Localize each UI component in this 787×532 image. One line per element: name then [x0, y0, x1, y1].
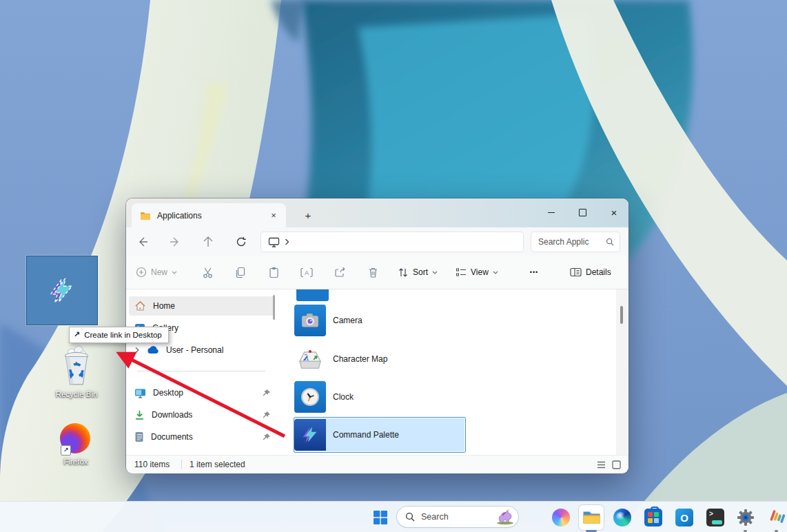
camera-icon [300, 311, 320, 329]
item-count: 110 items [134, 460, 170, 469]
file-explorer-icon [582, 510, 601, 525]
desktop-icon-recycle-bin[interactable]: Recycle Bin [43, 345, 110, 398]
colored-bars-icon [768, 509, 786, 526]
maximize-icon [579, 209, 586, 216]
clock-tile [294, 381, 326, 413]
paste-button[interactable] [264, 263, 283, 282]
home-icon [134, 300, 146, 311]
taskbar-app-terminal[interactable]: > [703, 505, 728, 530]
sort-icon [398, 267, 409, 278]
taskbar-app-edge[interactable] [610, 505, 635, 530]
tab-applications[interactable]: Applications × [132, 203, 286, 227]
shortcut-arrow-icon: ↗ [74, 330, 80, 339]
back-button[interactable] [134, 233, 152, 251]
breadcrumb-chevron-icon [285, 238, 289, 245]
onedrive-icon [147, 346, 159, 354]
file-item-camera[interactable]: Camera [294, 305, 465, 336]
store-icon [644, 509, 662, 526]
file-item-clock[interactable]: Clock [294, 381, 465, 413]
details-button[interactable]: Details [570, 263, 611, 282]
refresh-button[interactable] [232, 233, 250, 251]
folder-icon [140, 211, 151, 221]
unicorn-icon [495, 509, 515, 525]
file-label: Character Map [333, 354, 387, 364]
more-options-button[interactable]: ••• [524, 263, 544, 282]
share-button[interactable] [330, 263, 349, 282]
svg-text:λ: λ [303, 353, 309, 363]
recycle-bin-icon [57, 345, 96, 387]
thumbnail-view-toggle[interactable] [610, 458, 622, 471]
search-input[interactable] [537, 236, 603, 247]
sort-button[interactable]: Sort [398, 263, 438, 282]
forward-button[interactable] [166, 233, 184, 251]
taskbar-app-copilot[interactable] [549, 505, 573, 530]
desktop-icon-label: Recycle Bin [56, 390, 98, 398]
start-button[interactable] [368, 505, 393, 530]
clock-icon [299, 386, 321, 408]
minimize-button[interactable] [538, 202, 565, 223]
sidebar-divider [137, 371, 265, 371]
file-item-partial[interactable] [296, 289, 329, 301]
taskbar-app-colored-bars[interactable] [764, 505, 787, 530]
sidebar-item-downloads[interactable]: Downloads [129, 405, 275, 424]
share-icon [334, 267, 346, 278]
sidebar-item-desktop[interactable]: Desktop [129, 383, 275, 402]
maximize-button[interactable] [569, 202, 596, 223]
address-bar[interactable] [261, 232, 523, 252]
sidebar-scrollbar[interactable] [273, 295, 275, 320]
taskbar-app-settings[interactable] [733, 505, 758, 530]
chevron-down-icon [493, 271, 498, 274]
close-button[interactable]: × [600, 202, 628, 223]
taskbar-search-input[interactable] [420, 511, 490, 522]
list-scrollbar-thumb[interactable] [620, 306, 623, 324]
sidebar-item-documents[interactable]: Documents [129, 427, 275, 447]
list-view-toggle[interactable] [595, 458, 607, 471]
navigation-bar [126, 227, 628, 256]
sort-label: Sort [413, 267, 428, 277]
copy-button[interactable] [231, 263, 250, 282]
tab-close-button[interactable]: × [265, 207, 282, 224]
view-button[interactable]: View [456, 263, 498, 282]
sidebar-item-user-personal[interactable]: User - Personal [129, 340, 275, 360]
taskbar-app-outlook[interactable]: O [672, 505, 697, 530]
taskbar-app-file-explorer[interactable] [579, 505, 604, 530]
search-icon [405, 512, 415, 522]
pin-icon [262, 389, 271, 398]
up-button[interactable] [199, 233, 217, 251]
shortcut-arrow-badge: ↗ [61, 445, 71, 456]
file-label: Clock [333, 392, 354, 402]
sidebar-item-label: Documents [151, 432, 193, 442]
command-palette-icon [300, 424, 320, 445]
drag-tooltip: ↗ Create link in Desktop [69, 327, 169, 343]
refresh-icon [236, 236, 247, 247]
svg-text:A: A [305, 269, 309, 276]
back-icon [137, 236, 148, 247]
tab-title: Applications [157, 211, 202, 221]
rename-button[interactable]: A [297, 263, 316, 282]
command-palette-tile [294, 419, 326, 451]
file-item-character-map[interactable]: λ Character Map [294, 343, 465, 375]
new-tab-button[interactable]: + [300, 207, 316, 224]
cut-button[interactable] [198, 263, 217, 282]
desktop-monitor-icon [134, 388, 146, 398]
desktop-icon-firefox[interactable]: ↗ Firefox [43, 423, 109, 466]
settings-gear-icon [737, 509, 755, 526]
file-item-command-palette[interactable]: Command Palette [294, 418, 465, 452]
chevron-down-icon [432, 271, 438, 274]
status-divider [181, 460, 182, 469]
desktop[interactable]: { "colors": { "accent": "#0067c0", "sele… [0, 0, 787, 532]
thumbnail-view-icon [612, 460, 621, 469]
downloads-icon [134, 410, 145, 420]
drag-tooltip-label: Create link in Desktop [84, 331, 162, 339]
details-pane-icon [570, 267, 582, 277]
sidebar-item-label: User - Personal [166, 345, 223, 355]
title-bar[interactable]: Applications × + × [126, 198, 628, 227]
new-button[interactable]: New [136, 263, 177, 282]
delete-button[interactable] [363, 263, 382, 282]
sidebar-item-home[interactable]: Home [129, 296, 275, 316]
sidebar-item-label: Desktop [153, 388, 183, 398]
taskbar-app-store[interactable] [641, 505, 666, 530]
command-palette-drag-tile[interactable] [26, 256, 98, 325]
desktop-icon-label: Firefox [63, 458, 88, 466]
windows-logo-icon [372, 509, 389, 526]
